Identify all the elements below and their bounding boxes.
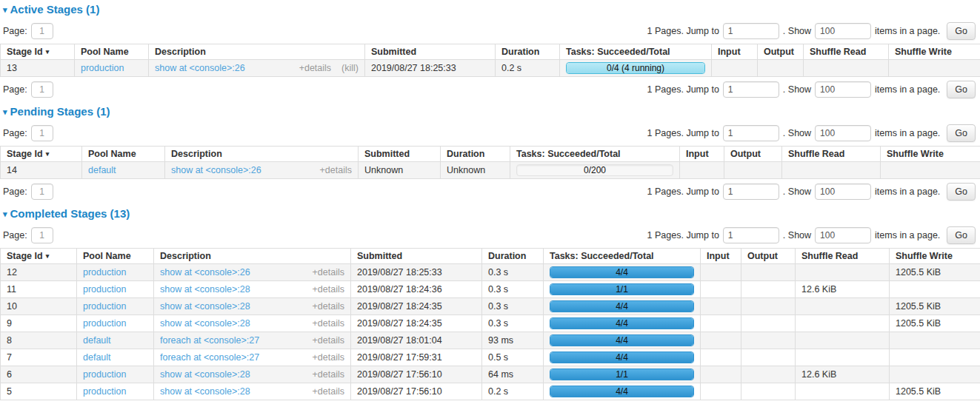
column-header-pool[interactable]: Pool Name [77,249,154,264]
column-header-tasks[interactable]: Tasks: Succeeded/Total [560,44,712,60]
column-header-shuffle-write[interactable]: Shuffle Write [881,147,980,162]
column-header-stage-id[interactable]: Stage Id▾ [1,249,77,264]
column-header-submitted[interactable]: Submitted [351,249,482,264]
column-header-shuffle-read[interactable]: Shuffle Read [804,44,889,60]
details-toggle[interactable]: +details [313,284,344,295]
items-per-page-label: items in a page. [875,186,940,197]
column-header-shuffle-read[interactable]: Shuffle Read [782,147,881,162]
column-header-tasks[interactable]: Tasks: Succeeded/Total [510,147,680,162]
page-number-input[interactable] [31,227,53,243]
page-size-input[interactable] [815,184,871,200]
stage-description-link[interactable]: show at <console>:26 [155,63,299,73]
pool-name-link[interactable]: production [83,386,126,397]
column-header-stage-id[interactable]: Stage Id▾ [1,147,82,162]
section-header-completed-stages[interactable]: ▾Completed Stages (13) [0,204,980,223]
pool-name-link[interactable]: default [83,335,111,346]
column-header-input[interactable]: Input [680,147,724,162]
page-size-input[interactable] [815,23,871,39]
details-toggle[interactable]: +details [313,335,344,346]
stage-description-link[interactable]: foreach at <console>:27 [160,335,313,346]
stages-table: Stage Id▾Pool NameDescriptionSubmittedDu… [0,146,980,179]
pool-name-link[interactable]: production [81,63,124,73]
stage-description-link[interactable]: show at <console>:26 [171,165,320,175]
details-toggle[interactable]: +details [313,267,344,278]
column-header-stage-id[interactable]: Stage Id▾ [1,44,75,60]
go-button[interactable]: Go [947,183,976,201]
column-header-duration[interactable]: Duration [482,249,544,264]
details-toggle[interactable]: +details [299,63,331,73]
column-header-pool[interactable]: Pool Name [82,147,165,162]
jump-to-page-input[interactable] [723,125,779,141]
page-number-input[interactable] [31,125,53,141]
column-header-duration[interactable]: Duration [441,147,510,162]
pool-name-link[interactable]: default [83,352,111,363]
stage-description-link[interactable]: show at <console>:28 [160,284,313,295]
page-size-input[interactable] [815,227,871,243]
column-header-description[interactable]: Description [154,249,351,264]
details-toggle[interactable]: +details [313,352,344,363]
jump-to-page-input[interactable] [723,23,779,39]
column-header-output[interactable]: Output [758,44,804,60]
details-toggle[interactable]: +details [313,318,344,329]
details-toggle[interactable]: +details [320,165,352,175]
details-toggle[interactable]: +details [313,386,344,397]
stage-description-link[interactable]: show at <console>:28 [160,386,313,397]
column-header-input[interactable]: Input [712,44,758,60]
stage-description-link[interactable]: show at <console>:28 [160,369,313,380]
stage-id-cell: 14 [1,162,82,179]
tasks-progress-bar: 0/200 [516,164,673,176]
column-header-output[interactable]: Output [741,249,796,264]
go-button[interactable]: Go [947,81,976,98]
column-header-input[interactable]: Input [701,249,741,264]
column-header-label: Shuffle Write [887,149,944,159]
tasks-cell: 4/4 [544,264,701,281]
sort-desc-icon: ▾ [46,150,50,158]
stage-description-link[interactable]: foreach at <console>:27 [160,352,313,363]
section-header-active-stages[interactable]: ▾Active Stages (1) [0,0,980,18]
column-header-label: Pool Name [83,251,131,261]
page-number-input[interactable] [31,184,53,200]
section-header-pending-stages[interactable]: ▾Pending Stages (1) [0,102,980,121]
column-header-output[interactable]: Output [724,147,782,162]
stage-description-link[interactable]: show at <console>:26 [160,267,313,278]
column-header-shuffle-read[interactable]: Shuffle Read [796,249,890,264]
pool-name-link[interactable]: production [83,318,126,329]
pool-name-link[interactable]: production [83,301,126,312]
column-header-shuffle-write[interactable]: Shuffle Write [890,249,980,264]
shuffle-write-cell: 1205.5 KiB [890,383,980,400]
pool-name-link[interactable]: production [83,284,126,295]
page-number-input[interactable] [31,81,53,98]
pool-name-link[interactable]: production [83,267,126,278]
page-size-input[interactable] [815,125,871,141]
go-button[interactable]: Go [947,226,976,244]
jump-to-page-input[interactable] [723,81,779,98]
column-header-shuffle-write[interactable]: Shuffle Write [889,44,980,60]
page-number-input[interactable] [31,23,53,39]
kill-link[interactable]: (kill) [341,63,359,73]
column-header-tasks[interactable]: Tasks: Succeeded/Total [544,249,701,264]
column-header-duration[interactable]: Duration [496,44,560,60]
tasks-progress-bar: 4/4 [550,317,694,329]
stage-row: 12productionshow at <console>:26+details… [1,264,980,281]
jump-to-page-input[interactable] [723,227,779,243]
page-size-input[interactable] [815,81,871,98]
column-header-submitted[interactable]: Submitted [365,44,496,60]
pool-name-link[interactable]: default [88,165,116,175]
column-header-pool[interactable]: Pool Name [75,44,149,60]
stage-description-link[interactable]: show at <console>:28 [160,301,313,312]
pool-name-link[interactable]: production [83,369,126,380]
stage-id-cell: 7 [1,349,77,366]
stage-description-link[interactable]: show at <console>:28 [160,318,313,329]
go-button[interactable]: Go [947,124,976,142]
stages-table: Stage Id▾Pool NameDescriptionSubmittedDu… [0,248,980,400]
column-header-submitted[interactable]: Submitted [359,147,441,162]
details-toggle[interactable]: +details [313,301,344,312]
column-header-description[interactable]: Description [149,44,365,60]
details-toggle[interactable]: +details [313,369,344,380]
column-header-description[interactable]: Description [165,147,359,162]
progress-label: 4/4 [550,301,693,312]
duration-cell: 0.2 s [496,60,560,77]
jump-to-page-input[interactable] [723,184,779,200]
go-button[interactable]: Go [947,22,976,40]
pages-jump-label: 1 Pages. Jump to [647,186,719,197]
